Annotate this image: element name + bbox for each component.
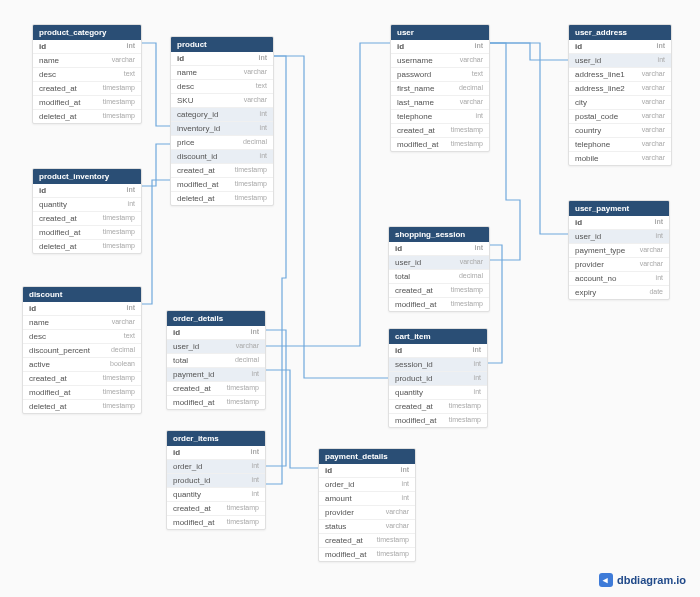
field-row[interactable]: telephoneint <box>391 110 489 124</box>
field-row[interactable]: address_line1varchar <box>569 68 671 82</box>
field-row[interactable]: created_attimestamp <box>33 82 141 96</box>
field-row[interactable]: user_idvarchar <box>167 340 265 354</box>
field-row[interactable]: amountint <box>319 492 415 506</box>
field-row[interactable]: totaldecimal <box>389 270 489 284</box>
field-row[interactable]: modified_attimestamp <box>33 96 141 110</box>
field-row[interactable]: idint <box>389 242 489 256</box>
field-row[interactable]: deleted_attimestamp <box>171 192 273 205</box>
field-row[interactable]: payment_idint <box>167 368 265 382</box>
field-row[interactable]: created_attimestamp <box>319 534 415 548</box>
field-row[interactable]: created_attimestamp <box>33 212 141 226</box>
field-row[interactable]: first_namedecimal <box>391 82 489 96</box>
table-header[interactable]: shopping_session <box>389 227 489 242</box>
table-order_items[interactable]: order_itemsidintorder_idintproduct_idint… <box>166 430 266 530</box>
field-row[interactable]: account_noint <box>569 272 669 286</box>
field-row[interactable]: activeboolean <box>23 358 141 372</box>
field-row[interactable]: deleted_attimestamp <box>23 400 141 413</box>
field-row[interactable]: quantityint <box>167 488 265 502</box>
table-user_address[interactable]: user_addressidintuser_idintaddress_line1… <box>568 24 672 166</box>
field-row[interactable]: created_attimestamp <box>171 164 273 178</box>
field-row[interactable]: user_idint <box>569 54 671 68</box>
field-row[interactable]: postal_codevarchar <box>569 110 671 124</box>
field-row[interactable]: modified_attimestamp <box>167 396 265 409</box>
field-row[interactable]: user_idvarchar <box>389 256 489 270</box>
field-row[interactable]: desctext <box>171 80 273 94</box>
field-row[interactable]: address_line2varchar <box>569 82 671 96</box>
field-row[interactable]: modified_attimestamp <box>171 178 273 192</box>
field-row[interactable]: user_idint <box>569 230 669 244</box>
table-cart_item[interactable]: cart_itemidintsession_idintproduct_idint… <box>388 328 488 428</box>
field-row[interactable]: countryvarchar <box>569 124 671 138</box>
field-row[interactable]: created_attimestamp <box>167 502 265 516</box>
table-header[interactable]: cart_item <box>389 329 487 344</box>
field-row[interactable]: quantityint <box>389 386 487 400</box>
field-row[interactable]: modified_attimestamp <box>391 138 489 151</box>
table-header[interactable]: user_payment <box>569 201 669 216</box>
table-user_payment[interactable]: user_paymentidintuser_idintpayment_typev… <box>568 200 670 300</box>
field-row[interactable]: discount_percentdecimal <box>23 344 141 358</box>
field-row[interactable]: idint <box>391 40 489 54</box>
field-row[interactable]: totaldecimal <box>167 354 265 368</box>
field-row[interactable]: modified_attimestamp <box>33 226 141 240</box>
field-row[interactable]: idint <box>319 464 415 478</box>
table-product_inventory[interactable]: product_inventoryidintquantityintcreated… <box>32 168 142 254</box>
field-row[interactable]: idint <box>33 184 141 198</box>
table-order_details[interactable]: order_detailsidintuser_idvarchartotaldec… <box>166 310 266 410</box>
field-row[interactable]: namevarchar <box>33 54 141 68</box>
table-product_category[interactable]: product_categoryidintnamevarchardesctext… <box>32 24 142 124</box>
field-row[interactable]: cityvarchar <box>569 96 671 110</box>
field-row[interactable]: expirydate <box>569 286 669 299</box>
field-row[interactable]: category_idint <box>171 108 273 122</box>
table-shopping_session[interactable]: shopping_sessionidintuser_idvarchartotal… <box>388 226 490 312</box>
field-row[interactable]: discount_idint <box>171 150 273 164</box>
field-row[interactable]: quantityint <box>33 198 141 212</box>
table-header[interactable]: order_items <box>167 431 265 446</box>
field-row[interactable]: namevarchar <box>23 316 141 330</box>
field-row[interactable]: desctext <box>33 68 141 82</box>
table-header[interactable]: discount <box>23 287 141 302</box>
table-discount[interactable]: discountidintnamevarchardesctextdiscount… <box>22 286 142 414</box>
field-row[interactable]: usernamevarchar <box>391 54 489 68</box>
field-row[interactable]: created_attimestamp <box>23 372 141 386</box>
table-header[interactable]: product <box>171 37 273 52</box>
field-row[interactable]: passwordtext <box>391 68 489 82</box>
field-row[interactable]: providervarchar <box>319 506 415 520</box>
field-row[interactable]: namevarchar <box>171 66 273 80</box>
field-row[interactable]: modified_attimestamp <box>167 516 265 529</box>
field-row[interactable]: created_attimestamp <box>391 124 489 138</box>
field-row[interactable]: session_idint <box>389 358 487 372</box>
table-product[interactable]: productidintnamevarchardesctextSKUvarcha… <box>170 36 274 206</box>
table-header[interactable]: user <box>391 25 489 40</box>
field-row[interactable]: last_namevarchar <box>391 96 489 110</box>
field-row[interactable]: idint <box>569 216 669 230</box>
field-row[interactable]: providervarchar <box>569 258 669 272</box>
field-row[interactable]: mobilevarchar <box>569 152 671 165</box>
table-header[interactable]: payment_details <box>319 449 415 464</box>
field-row[interactable]: idint <box>167 446 265 460</box>
field-row[interactable]: product_idint <box>167 474 265 488</box>
field-row[interactable]: modified_attimestamp <box>319 548 415 561</box>
field-row[interactable]: modified_attimestamp <box>23 386 141 400</box>
field-row[interactable]: idint <box>167 326 265 340</box>
field-row[interactable]: deleted_attimestamp <box>33 240 141 253</box>
field-row[interactable]: created_attimestamp <box>389 284 489 298</box>
field-row[interactable]: statusvarchar <box>319 520 415 534</box>
field-row[interactable]: telephonevarchar <box>569 138 671 152</box>
field-row[interactable]: product_idint <box>389 372 487 386</box>
field-row[interactable]: inventory_idint <box>171 122 273 136</box>
table-user[interactable]: useridintusernamevarcharpasswordtextfirs… <box>390 24 490 152</box>
field-row[interactable]: idint <box>23 302 141 316</box>
field-row[interactable]: idint <box>171 52 273 66</box>
table-header[interactable]: product_inventory <box>33 169 141 184</box>
field-row[interactable]: idint <box>33 40 141 54</box>
field-row[interactable]: idint <box>569 40 671 54</box>
field-row[interactable]: payment_typevarchar <box>569 244 669 258</box>
field-row[interactable]: pricedecimal <box>171 136 273 150</box>
field-row[interactable]: created_attimestamp <box>389 400 487 414</box>
field-row[interactable]: deleted_attimestamp <box>33 110 141 123</box>
field-row[interactable]: idint <box>389 344 487 358</box>
field-row[interactable]: order_idint <box>319 478 415 492</box>
field-row[interactable]: order_idint <box>167 460 265 474</box>
field-row[interactable]: SKUvarchar <box>171 94 273 108</box>
table-header[interactable]: product_category <box>33 25 141 40</box>
